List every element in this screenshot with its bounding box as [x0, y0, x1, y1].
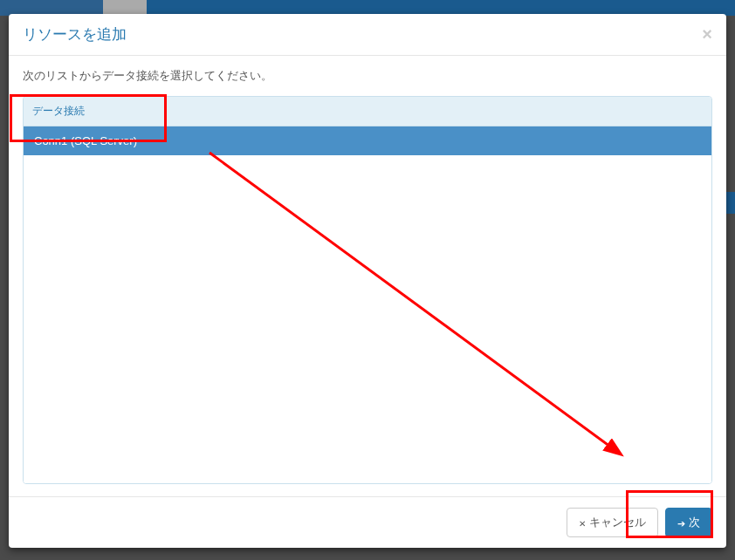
next-button[interactable]: 次: [665, 508, 712, 537]
modal-title: リソースを追加: [23, 24, 127, 44]
modal-body: 次のリストからデータ接続を選択してください。 データ接続 Conn1 (SQL …: [9, 56, 726, 496]
connection-list-header: データ接続: [24, 97, 711, 126]
list-item[interactable]: Conn1 (SQL Server): [24, 126, 711, 155]
instruction-text: 次のリストからデータ接続を選択してください。: [23, 68, 712, 84]
background-side: [726, 192, 735, 214]
x-icon: [579, 516, 586, 529]
next-button-label: 次: [689, 515, 700, 530]
connection-list-body: Conn1 (SQL Server): [24, 126, 711, 483]
connection-list-panel: データ接続 Conn1 (SQL Server): [23, 96, 712, 484]
cancel-button-label: キャンセル: [589, 515, 646, 530]
modal-header: リソースを追加 ×: [9, 14, 726, 56]
close-icon[interactable]: ×: [702, 24, 712, 44]
cancel-button[interactable]: キャンセル: [567, 508, 658, 537]
add-resource-modal: リソースを追加 × 次のリストからデータ接続を選択してください。 データ接続 C…: [9, 14, 726, 548]
arrow-right-icon: [677, 516, 685, 529]
modal-footer: キャンセル 次: [9, 496, 726, 548]
